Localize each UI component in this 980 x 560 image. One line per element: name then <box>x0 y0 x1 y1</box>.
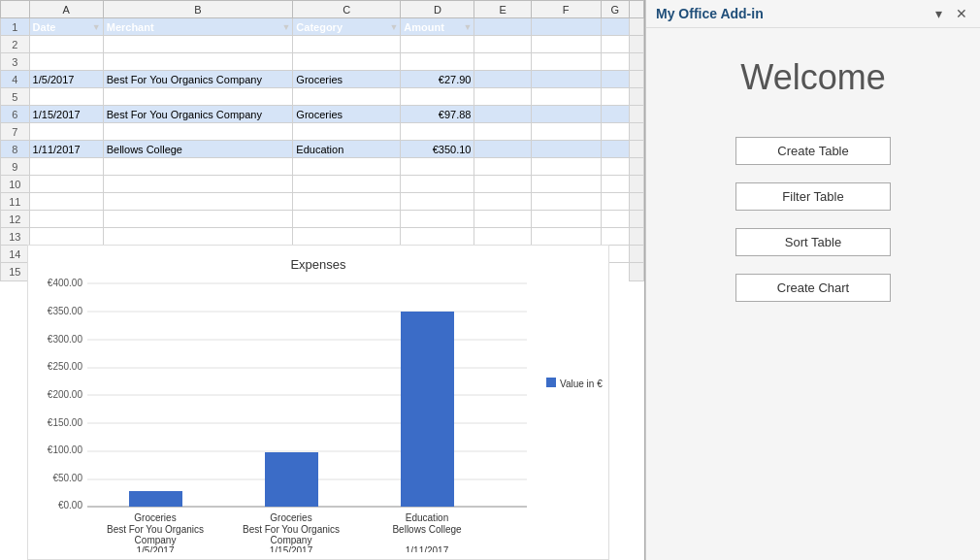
row-num-6: 6 <box>1 106 30 123</box>
svg-text:€150.00: €150.00 <box>48 417 83 428</box>
svg-text:Groceries: Groceries <box>134 512 176 523</box>
row-num: 2 <box>1 36 30 53</box>
svg-text:€400.00: €400.00 <box>48 278 83 288</box>
svg-text:Best For You Organics: Best For You Organics <box>243 524 340 535</box>
merchant-filter-arrow[interactable]: ▼ <box>281 22 290 32</box>
col-header-d[interactable]: D <box>401 1 474 18</box>
amount-cell-4[interactable]: €27.90 <box>401 71 474 88</box>
svg-text:Company: Company <box>135 535 177 545</box>
col-header-e[interactable]: E <box>474 1 531 18</box>
date-filter-arrow[interactable]: ▼ <box>92 22 101 32</box>
table-row: 13 <box>1 228 644 246</box>
addin-welcome-text: Welcome <box>740 57 885 98</box>
table-row: 11 <box>1 193 644 211</box>
col-merchant-header[interactable]: Merchant ▼ <box>103 18 293 36</box>
spreadsheet-area: A B C D E F G 1 Date ▼ <box>0 0 645 560</box>
col-header-g[interactable]: G <box>601 1 630 18</box>
corner-cell <box>1 1 30 18</box>
table-row: 10 <box>1 176 644 193</box>
date-cell-4[interactable]: 1/5/2017 <box>29 71 103 88</box>
category-cell-4[interactable]: Groceries <box>293 71 401 88</box>
grid-wrapper: A B C D E F G 1 Date ▼ <box>0 0 644 560</box>
row-num-1: 1 <box>1 18 30 36</box>
row1-f <box>531 18 601 36</box>
row-num-8: 8 <box>1 141 30 158</box>
col-date-header[interactable]: Date ▼ <box>29 18 103 36</box>
filter-table-button[interactable]: Filter Table <box>735 182 891 211</box>
merchant-cell-4[interactable]: Best For You Organics Company <box>103 71 293 88</box>
col-header-a[interactable]: A <box>29 1 103 18</box>
legend-color <box>546 378 556 387</box>
table-row: 7 <box>1 123 644 141</box>
svg-text:€350.00: €350.00 <box>48 306 83 316</box>
chart-title: Expenses <box>290 257 346 272</box>
row-num: 7 <box>1 123 30 141</box>
svg-text:€200.00: €200.00 <box>48 389 83 400</box>
table-row: 2 <box>1 36 644 53</box>
row-num: 5 <box>1 88 30 106</box>
scroll-cell <box>630 18 644 36</box>
col-header-c[interactable]: C <box>293 1 401 18</box>
table-row: 9 <box>1 158 644 176</box>
row-num: 3 <box>1 53 30 71</box>
row-num-4: 4 <box>1 71 30 88</box>
svg-text:Education: Education <box>406 512 448 523</box>
svg-text:€50.00: €50.00 <box>52 473 82 483</box>
table-row: 12 <box>1 211 644 228</box>
addin-title: My Office Add-in <box>656 6 764 21</box>
svg-text:Groceries: Groceries <box>270 512 311 523</box>
expenses-chart: Expenses €400.00 €350.00 €300.00 €250.00… <box>32 251 604 552</box>
col-amount-header[interactable]: Amount ▼ <box>401 18 474 36</box>
bar-1 <box>129 491 182 507</box>
addin-content: Welcome Create Table Filter Table Sort T… <box>646 28 980 560</box>
row1-e <box>474 18 531 36</box>
svg-text:€300.00: €300.00 <box>48 334 83 345</box>
bar-2 <box>265 452 318 507</box>
col-category-header[interactable]: Category ▼ <box>293 18 401 36</box>
category-cell-8[interactable]: Education <box>293 141 401 158</box>
amount-cell-6[interactable]: €97.88 <box>401 106 474 123</box>
create-chart-button[interactable]: Create Chart <box>735 274 891 302</box>
col-header-row: A B C D E F G <box>1 1 644 18</box>
minimize-button[interactable]: ▾ <box>932 6 945 21</box>
col-header-f[interactable]: F <box>531 1 601 18</box>
svg-text:Bellows College: Bellows College <box>392 524 462 535</box>
svg-text:€250.00: €250.00 <box>48 361 83 372</box>
date-cell-8[interactable]: 1/11/2017 <box>29 141 103 158</box>
merchant-cell-8[interactable]: Bellows College <box>103 141 293 158</box>
col-header-b[interactable]: B <box>103 1 293 18</box>
close-button[interactable]: ✕ <box>953 6 970 21</box>
svg-text:1/11/2017: 1/11/2017 <box>406 545 449 552</box>
svg-text:€100.00: €100.00 <box>48 445 83 455</box>
table-row: 6 1/15/2017 Best For You Organics Compan… <box>1 106 644 123</box>
amount-filter-arrow[interactable]: ▼ <box>464 22 473 32</box>
legend-label: Value in € <box>560 379 603 389</box>
sort-table-button[interactable]: Sort Table <box>735 228 891 256</box>
table-row: 3 <box>1 53 644 71</box>
table-row: 4 1/5/2017 Best For You Organics Company… <box>1 71 644 88</box>
category-cell-6[interactable]: Groceries <box>293 106 401 123</box>
date-cell-6[interactable]: 1/15/2017 <box>29 106 103 123</box>
scroll-header <box>630 1 644 18</box>
addin-panel: My Office Add-in ▾ ✕ Welcome Create Tabl… <box>645 0 980 560</box>
grid-body: 1 Date ▼ Merchant ▼ Category ▼ Amount <box>1 18 644 281</box>
table-row: 5 <box>1 88 644 106</box>
addin-titlebar: My Office Add-in ▾ ✕ <box>646 0 980 28</box>
create-table-button[interactable]: Create Table <box>735 137 891 165</box>
svg-text:Company: Company <box>271 535 312 545</box>
svg-text:1/15/2017: 1/15/2017 <box>270 545 313 552</box>
merchant-cell-6[interactable]: Best For You Organics Company <box>103 106 293 123</box>
addin-controls: ▾ ✕ <box>932 6 970 21</box>
svg-text:1/5/2017: 1/5/2017 <box>137 545 175 552</box>
row1-g <box>601 18 630 36</box>
spreadsheet-grid: A B C D E F G 1 Date ▼ <box>0 0 644 281</box>
bar-3 <box>401 312 454 507</box>
category-filter-arrow[interactable]: ▼ <box>389 22 398 32</box>
table-row: 8 1/11/2017 Bellows College Education €3… <box>1 141 644 158</box>
amount-cell-8[interactable]: €350.10 <box>401 141 474 158</box>
chart-container: Expenses €400.00 €350.00 €300.00 €250.00… <box>27 245 609 560</box>
svg-text:Best For You Organics: Best For You Organics <box>107 524 204 535</box>
table-row: 1 Date ▼ Merchant ▼ Category ▼ Amount <box>1 18 644 36</box>
svg-text:€0.00: €0.00 <box>58 500 82 511</box>
